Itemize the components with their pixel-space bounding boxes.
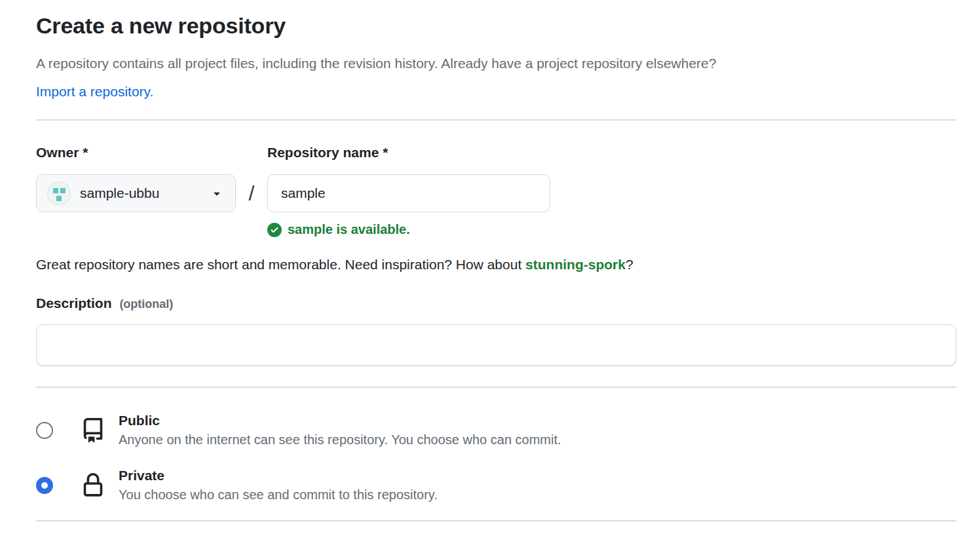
public-option-title: Public	[119, 412, 561, 429]
owner-avatar-identicon	[47, 181, 71, 205]
divider-top	[36, 119, 956, 121]
owner-repo-separator-col: /	[236, 144, 267, 212]
visibility-option-public[interactable]: Public Anyone on the internet can see th…	[36, 412, 956, 448]
public-option-description: Anyone on the internet can see this repo…	[119, 431, 561, 448]
lock-icon	[79, 473, 107, 498]
description-label: Description	[36, 295, 112, 311]
owner-dropdown-value: sample-ubbu	[80, 185, 159, 201]
divider-bottom	[36, 520, 956, 521]
private-option-description: You choose who can see and commit to thi…	[119, 486, 438, 503]
repository-name-field: Repository name * sample is available.	[267, 144, 550, 237]
slash-separator: /	[249, 181, 255, 205]
triangle-down-icon	[210, 187, 223, 200]
inspiration-suffix: ?	[626, 257, 633, 272]
private-option-text: Private You choose who can see and commi…	[119, 467, 438, 503]
availability-message: sample is available.	[267, 222, 550, 237]
public-radio[interactable]	[36, 422, 53, 439]
repo-book-icon	[79, 418, 107, 443]
description-input[interactable]	[36, 324, 956, 366]
owner-label: Owner *	[36, 144, 236, 161]
public-option-text: Public Anyone on the internet can see th…	[119, 412, 561, 448]
description-label-row: Description (optional)	[36, 295, 956, 312]
page-title: Create a new repository	[36, 13, 956, 39]
repository-name-input[interactable]	[267, 174, 550, 212]
description-optional-hint: (optional)	[119, 297, 173, 311]
owner-repo-row: Owner * sample-ubbu / Repository name *	[36, 144, 956, 237]
divider-middle	[36, 387, 956, 388]
inspiration-prefix: Great repository names are short and mem…	[36, 257, 525, 272]
private-radio[interactable]	[36, 477, 53, 494]
create-repository-page: Create a new repository A repository con…	[0, 0, 980, 521]
page-subtitle: A repository contains all project files,…	[36, 54, 956, 73]
check-circle-icon	[267, 223, 282, 237]
availability-text: sample is available.	[288, 222, 410, 237]
owner-field: Owner * sample-ubbu	[36, 144, 236, 212]
name-inspiration-text: Great repository names are short and mem…	[36, 256, 956, 274]
visibility-option-private[interactable]: Private You choose who can see and commi…	[36, 467, 956, 503]
owner-dropdown-button[interactable]: sample-ubbu	[36, 174, 236, 212]
import-repository-link[interactable]: Import a repository.	[36, 82, 153, 102]
repository-name-label: Repository name *	[267, 144, 550, 161]
suggested-repo-name[interactable]: stunning-spork	[525, 257, 626, 272]
private-option-title: Private	[119, 467, 438, 484]
